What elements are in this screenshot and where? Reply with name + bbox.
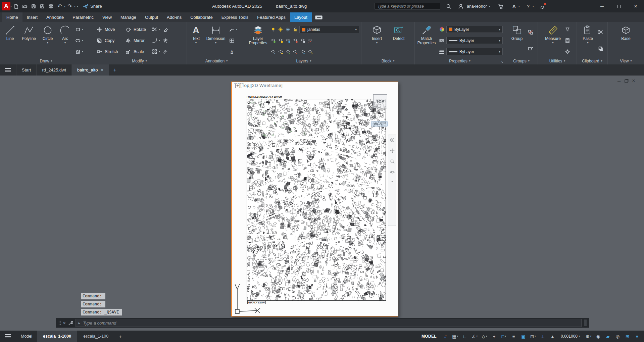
insert-caret-icon[interactable]: ▾ <box>376 42 378 44</box>
redo-button[interactable]: ↷ <box>65 2 74 11</box>
line-button[interactable]: Line <box>1 23 19 57</box>
fillet-icon[interactable] <box>151 37 158 44</box>
minimize-window-button[interactable]: ─ <box>594 0 610 12</box>
3d-object-snap-toggle[interactable]: ⊡▾ <box>529 332 537 341</box>
doc-minimize-icon[interactable]: ─ <box>617 79 621 83</box>
autocad-logo-icon[interactable]: A <box>2 2 10 10</box>
ungroup-icon[interactable] <box>527 29 534 36</box>
annotation-visibility-toggle[interactable]: ▲ <box>548 332 557 341</box>
redo-caret-icon[interactable]: ▾ <box>74 5 76 8</box>
layout-paper[interactable]: FOLHA A0 FOLHA ESQUISSO 70 X 100 CM ESCA… <box>231 82 398 316</box>
pan-icon[interactable] <box>390 148 395 153</box>
layer-sun-icon[interactable] <box>277 26 284 33</box>
command-input[interactable] <box>83 321 579 326</box>
city-map-drawing[interactable] <box>247 99 386 300</box>
isodraft-toggle[interactable]: ◇▾ <box>480 332 489 341</box>
ellipse-tool-icon[interactable] <box>75 37 81 44</box>
help-icon[interactable]: ? <box>524 2 533 11</box>
layer-dropdown[interactable]: janelas ▾ <box>299 26 359 33</box>
layer-merge-icon[interactable] <box>285 48 291 55</box>
snap-mode-toggle[interactable]: ▦▾ <box>451 332 459 341</box>
orbit-icon[interactable] <box>390 170 395 175</box>
new-drawing-tab-button[interactable]: + <box>109 64 120 76</box>
annotation-scale-control[interactable]: 0.001000▾ <box>558 334 583 339</box>
block-panel-label[interactable]: Block▾ <box>361 57 414 64</box>
space-toggle-button[interactable]: MODEL <box>418 334 440 339</box>
layer-lock-icon[interactable] <box>292 26 299 33</box>
arc-button[interactable]: Arc ▾ <box>57 23 73 57</box>
ribbon-tab-manage[interactable]: Manage <box>116 12 141 22</box>
lineweight-icon[interactable] <box>438 48 445 55</box>
navigation-bar[interactable]: ▾ <box>388 135 396 226</box>
undo-button[interactable]: ↶ <box>55 2 64 11</box>
annotation-panel-label[interactable]: Annotation▾ <box>187 57 246 64</box>
detect-button[interactable]: Detect <box>389 23 408 57</box>
ribbon-tab-addins[interactable]: Add-ins <box>162 12 186 22</box>
paper-space-indicator-icon[interactable] <box>315 15 323 19</box>
search-icon[interactable] <box>444 2 453 11</box>
hatch-caret-icon[interactable]: ▾ <box>82 50 83 53</box>
circle-caret-icon[interactable]: ▾ <box>47 42 48 44</box>
offset-icon[interactable] <box>162 48 169 55</box>
quick-calc-icon[interactable] <box>564 37 571 44</box>
command-input-field[interactable]: ▸ <box>76 319 582 327</box>
group-edit-icon[interactable] <box>527 45 534 52</box>
ucs-icon[interactable] <box>233 282 265 317</box>
copy-clip-icon[interactable] <box>597 45 604 52</box>
layers-panel-label[interactable]: Layers▾ <box>246 57 361 64</box>
trim-caret-icon[interactable]: ▾ <box>159 28 160 31</box>
insert-block-button[interactable]: Insert ▾ <box>368 23 386 57</box>
new-file-button[interactable] <box>12 2 20 11</box>
text-button[interactable]: A Text ▾ <box>188 23 204 57</box>
command-scroll-thumb[interactable] <box>584 320 587 326</box>
layer-state-icon[interactable] <box>307 48 313 55</box>
steering-wheel-icon[interactable] <box>390 138 395 142</box>
grid-toggle[interactable]: # <box>441 332 450 341</box>
ribbon-tab-featured-apps[interactable]: Featured Apps <box>253 12 290 22</box>
qat-customize-caret-icon[interactable]: ▾ <box>77 5 78 8</box>
ribbon-tab-annotate[interactable]: Annotate <box>42 12 68 22</box>
command-customize-wrench-icon[interactable] <box>68 321 73 326</box>
trim-icon[interactable] <box>151 26 158 33</box>
isolate-objects-toggle[interactable]: ◎ <box>613 332 622 341</box>
rectangle-tool-icon[interactable] <box>75 26 81 33</box>
cut-icon[interactable] <box>597 29 604 36</box>
quick-select-icon[interactable] <box>564 26 571 33</box>
doc-restore-icon[interactable] <box>625 80 628 83</box>
polyline-button[interactable]: Polyline <box>19 23 38 57</box>
view-panel-label[interactable]: View▾ <box>608 57 644 64</box>
autodesk-app-icon[interactable]: A <box>510 2 518 11</box>
group-button[interactable]: Group <box>508 23 526 57</box>
autosnap-tracking-toggle[interactable]: + <box>490 332 498 341</box>
layout-tabs-menu-icon[interactable] <box>0 331 16 342</box>
measure-caret-icon[interactable]: ▾ <box>552 42 553 44</box>
rotate-button[interactable]: Rotate <box>123 25 149 34</box>
zoom-icon[interactable] <box>390 159 395 164</box>
erase-icon[interactable] <box>162 26 169 33</box>
dimension-button[interactable]: Dimension ▾ <box>204 23 227 57</box>
close-window-button[interactable]: × <box>627 0 644 12</box>
share-button[interactable]: Share <box>83 4 102 9</box>
help-caret-icon[interactable]: ▾ <box>533 5 534 8</box>
autodesk-app-caret-icon[interactable]: ▾ <box>518 5 520 8</box>
groups-panel-label[interactable]: Groups▾ <box>505 57 538 64</box>
layout-tab-escala-1-1000[interactable]: escala_1-1000 <box>37 331 77 342</box>
mirror-button[interactable]: Mirror <box>123 36 149 45</box>
modify-panel-label[interactable]: Modify▾ <box>92 57 187 64</box>
linetype-icon[interactable] <box>438 37 445 44</box>
doc-tab-template[interactable]: rd_2425.dwt <box>37 64 72 76</box>
hatch-tool-icon[interactable] <box>75 48 81 55</box>
object-color-icon[interactable] <box>438 26 445 33</box>
lineweight-dropdown[interactable]: ByLayer ▾ <box>446 48 503 55</box>
notification-bell-icon[interactable] <box>538 2 547 11</box>
graphics-performance-toggle[interactable]: ▰ <box>604 332 612 341</box>
layer-match-icon[interactable] <box>277 37 284 44</box>
user-menu-caret-icon[interactable]: ▾ <box>489 5 490 8</box>
layer-previous-icon[interactable] <box>285 37 291 44</box>
rectangle-caret-icon[interactable]: ▾ <box>82 28 83 31</box>
signed-in-user[interactable]: ana-leonor <box>467 4 487 9</box>
command-bar-grip-icon[interactable] <box>58 321 61 325</box>
dynamic-ucs-toggle[interactable]: ⊥ <box>539 332 547 341</box>
ellipse-caret-icon[interactable]: ▾ <box>82 39 83 42</box>
ribbon-tab-view[interactable]: View <box>98 12 116 22</box>
